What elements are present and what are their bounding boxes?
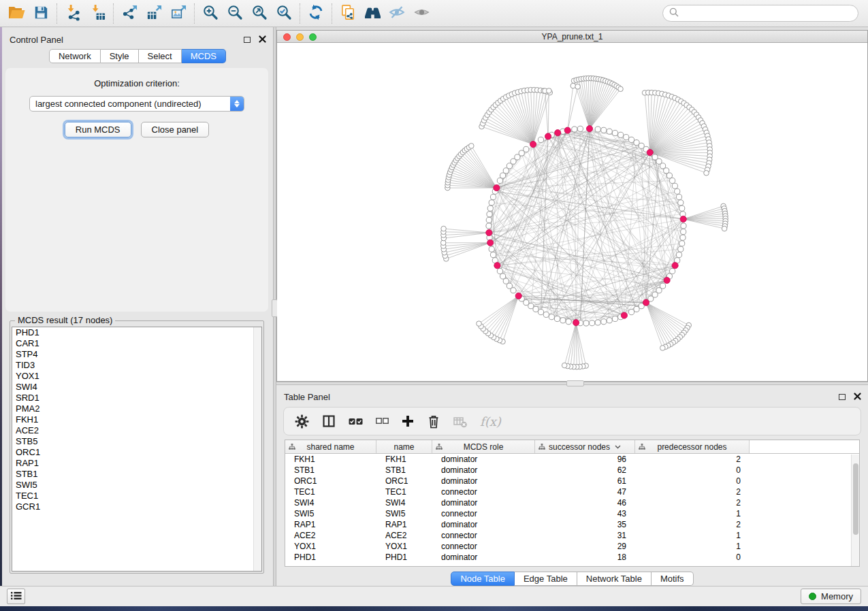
network-node[interactable] (681, 229, 686, 235)
optimization-criterion-select[interactable]: largest connected component (undirected) (29, 96, 244, 112)
network-edge[interactable] (548, 136, 659, 290)
table-row[interactable]: STB1STB1dominator620 (285, 465, 859, 476)
network-edge[interactable] (444, 233, 489, 238)
network-edge[interactable] (650, 115, 696, 153)
network-node[interactable] (543, 312, 549, 317)
network-node[interactable] (507, 163, 512, 169)
memory-button[interactable]: Memory (801, 589, 861, 604)
network-edge[interactable] (570, 323, 576, 367)
tab-network-table[interactable]: Network Table (577, 572, 652, 586)
unselect-all-columns-icon[interactable] (376, 417, 389, 425)
mcds-result-item[interactable]: RAP1 (12, 458, 261, 469)
duplicate-network-button[interactable] (336, 3, 360, 24)
tab-motifs[interactable]: Motifs (652, 572, 694, 586)
show-column-icon[interactable] (322, 414, 336, 428)
table-row[interactable]: YOX1YOX1connector291 (285, 541, 859, 552)
add-column-icon[interactable] (402, 415, 414, 427)
network-edge[interactable] (568, 86, 573, 131)
table-row[interactable]: ORC1ORC1dominator610 (285, 476, 859, 486)
network-edge[interactable] (650, 97, 672, 152)
network-dominator-node[interactable] (621, 312, 627, 318)
network-node[interactable] (628, 137, 634, 142)
network-node[interactable] (656, 159, 662, 164)
network-node[interactable] (528, 303, 534, 309)
network-node[interactable] (652, 154, 658, 160)
network-node[interactable] (566, 319, 571, 325)
window-close-button[interactable] (283, 33, 291, 41)
splitter-handle[interactable] (566, 380, 584, 386)
network-dominator-node[interactable] (672, 263, 678, 269)
network-node[interactable] (607, 129, 612, 134)
network-edge[interactable] (496, 296, 518, 339)
network-node[interactable] (547, 88, 552, 94)
network-node[interactable] (601, 127, 607, 133)
show-all-button[interactable] (409, 3, 434, 24)
network-node[interactable] (676, 252, 681, 257)
network-edge[interactable] (494, 108, 534, 145)
mcds-result-item[interactable]: YOX1 (12, 371, 261, 382)
network-edge[interactable] (503, 296, 519, 342)
network-edge[interactable] (576, 323, 586, 365)
close-panel-icon[interactable] (259, 35, 266, 45)
network-node[interactable] (500, 274, 506, 279)
function-builder-icon[interactable]: f(x) (480, 414, 501, 429)
scrollbar-thumb[interactable] (853, 463, 858, 535)
export-table-button[interactable] (142, 3, 166, 24)
zoom-out-button[interactable] (223, 3, 247, 24)
network-edge[interactable] (650, 110, 692, 152)
tab-select[interactable]: Select (139, 49, 182, 63)
network-edge[interactable] (684, 219, 726, 224)
network-node[interactable] (511, 159, 516, 164)
network-node[interactable] (678, 246, 684, 252)
apply-preferred-layout-button[interactable] (304, 3, 328, 24)
network-edge[interactable] (487, 115, 533, 144)
network-window-titlebar[interactable]: YPA_prune.txt_1 (277, 31, 867, 43)
network-node[interactable] (652, 292, 658, 297)
network-node[interactable] (595, 127, 600, 132)
mcds-result-item[interactable]: STB1 (12, 469, 261, 480)
select-all-columns-icon[interactable] (349, 417, 363, 426)
network-dominator-node[interactable] (586, 126, 592, 132)
network-node[interactable] (538, 310, 543, 315)
zoom-in-button[interactable] (198, 3, 223, 24)
tab-mcds[interactable]: MCDS (182, 49, 226, 63)
network-node[interactable] (660, 346, 666, 351)
network-edge[interactable] (503, 99, 533, 144)
network-edge[interactable] (463, 152, 497, 188)
mcds-result-item[interactable]: PMA2 (12, 403, 261, 414)
save-session-button[interactable] (29, 3, 53, 24)
mcds-result-item[interactable]: SWI4 (12, 382, 261, 393)
close-panel-button[interactable]: Close panel (141, 122, 210, 137)
network-dominator-node[interactable] (664, 277, 670, 283)
column-header-mcds-role[interactable]: MCDS role (432, 440, 535, 453)
network-node[interactable] (575, 84, 581, 90)
tab-edge-table[interactable]: Edge Table (515, 572, 577, 586)
network-edge[interactable] (445, 243, 490, 256)
network-node[interactable] (670, 178, 675, 183)
network-node[interactable] (601, 319, 607, 325)
window-minimize-button[interactable] (296, 33, 304, 41)
network-node[interactable] (500, 173, 506, 178)
network-edge[interactable] (590, 86, 617, 129)
network-node[interactable] (497, 268, 502, 274)
delete-table-icon[interactable] (453, 415, 467, 428)
network-edge[interactable] (444, 243, 490, 250)
export-network-button[interactable] (117, 3, 142, 24)
network-node[interactable] (664, 168, 669, 174)
search-field[interactable] (662, 5, 858, 22)
network-edge[interactable] (536, 152, 650, 309)
network-edge[interactable] (655, 157, 667, 280)
network-node[interactable] (538, 137, 543, 142)
network-node[interactable] (634, 140, 639, 146)
horizontal-splitter[interactable] (276, 382, 868, 385)
network-node[interactable] (487, 212, 492, 217)
network-node[interactable] (628, 310, 634, 315)
network-dominator-node[interactable] (643, 299, 649, 306)
table-options-gear-icon[interactable] (295, 414, 309, 429)
vertical-splitter[interactable] (273, 27, 276, 586)
network-node[interactable] (503, 168, 509, 174)
network-node[interactable] (490, 252, 496, 257)
mcds-result-item[interactable]: CAR1 (12, 338, 261, 349)
mcds-result-item[interactable]: STP4 (12, 349, 261, 360)
network-dominator-node[interactable] (680, 216, 686, 222)
